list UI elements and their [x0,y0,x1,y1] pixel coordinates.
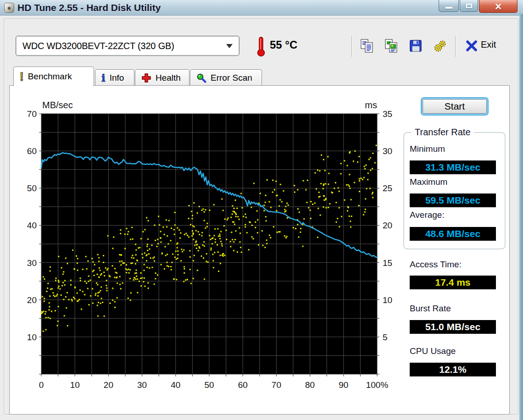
maximize-button[interactable] [460,0,478,12]
svg-text:60: 60 [27,146,37,156]
copy-image-button[interactable] [383,38,400,54]
cpu-usage-value: 12.1% [410,363,496,376]
copy-text-button[interactable] [359,38,375,54]
start-button-label: Start [423,99,487,114]
thermometer-icon [255,36,267,57]
svg-text:30: 30 [383,146,392,156]
toolbar-separator [455,36,456,57]
svg-text:MB/sec: MB/sec [42,100,73,110]
svg-text:100%: 100% [366,380,389,390]
temperature-value: 55 °C [270,39,297,51]
exit-label[interactable]: Exit [481,39,496,50]
svg-text:40: 40 [27,221,37,230]
tab-error-scan[interactable]: Error Scan [190,69,262,86]
svg-text:70: 70 [272,380,281,390]
tab-label: Info [110,73,124,83]
minimum-value: 31.3 MB/sec [410,160,496,174]
burst-rate-label: Burst Rate [410,304,451,314]
tab-label: Benchmark [28,72,72,82]
hard-disk-icon [4,3,14,13]
tab-benchmark[interactable]: ! Benchmark [13,66,94,86]
svg-text:10: 10 [27,332,37,342]
svg-text:20: 20 [104,380,113,390]
svg-text:5: 5 [383,332,388,342]
benchmark-chart: 7060504030201035302520151050102030405060… [16,96,399,394]
exit-button[interactable] [463,38,480,54]
maximum-label: Maximum [410,177,447,187]
svg-text:0: 0 [39,380,44,390]
tab-info[interactable]: i Info [95,69,134,86]
svg-text:ms: ms [365,100,377,110]
exit-x-icon [465,39,478,52]
burst-rate-value: 51.0 MB/sec [410,320,496,334]
tab-label: Error Scan [211,73,252,83]
access-time-label: Access Time: [410,260,462,270]
copy-image-icon [384,39,399,53]
options-gears-icon [433,39,447,53]
svg-text:20: 20 [383,221,392,230]
close-button[interactable]: × [479,0,517,13]
toolbar-separator [351,36,352,57]
drive-select-dropdown[interactable]: WDC WD3200BEVT-22ZCT (320 GB) [16,36,239,56]
svg-text:10: 10 [383,295,392,305]
window-title: HD Tune 2.55 - Hard Disk Utility [17,0,161,16]
svg-text:50: 50 [204,380,214,390]
cpu-usage-label: CPU Usage [410,346,456,356]
svg-text:70: 70 [27,109,37,119]
tab-label: Health [156,73,181,83]
close-icon: × [495,1,502,12]
titlebar: HD Tune 2.55 - Hard Disk Utility × [0,0,523,16]
average-value: 48.6 MB/sec [410,227,496,241]
copy-text-icon [360,39,374,53]
options-button[interactable] [432,38,448,54]
svg-text:90: 90 [339,380,348,390]
hd-tune-window: HD Tune 2.55 - Hard Disk Utility × WDC W… [0,0,523,420]
svg-text:30: 30 [137,380,147,390]
info-icon: i [101,72,106,84]
window-right-edge [519,14,523,420]
chevron-down-icon [226,44,233,48]
svg-text:35: 35 [383,109,392,119]
svg-text:60: 60 [238,380,248,390]
svg-text:15: 15 [383,258,392,268]
svg-text:30: 30 [27,258,37,268]
svg-text:40: 40 [171,380,180,390]
svg-text:50: 50 [27,183,37,193]
exclamation-icon: ! [20,70,24,84]
save-button[interactable] [407,38,424,54]
error-scan-magnifier-icon [196,73,206,83]
health-cross-icon [141,73,151,83]
save-icon [409,39,423,53]
svg-text:20: 20 [27,295,37,305]
average-label: Average: [410,210,445,220]
svg-text:25: 25 [383,183,392,193]
minimize-button[interactable] [439,0,459,12]
minimize-icon [445,7,452,9]
tab-health[interactable]: Health [135,69,189,86]
maximum-value: 59.5 MB/sec [410,193,496,207]
transfer-rate-title: Transfer Rate [412,127,474,138]
start-button[interactable]: Start [421,97,489,116]
drive-select-value: WDC WD3200BEVT-22ZCT (320 GB) [22,41,174,51]
maximize-icon [466,4,472,8]
minimum-label: Minimum [410,144,445,154]
access-time-value: 17.4 ms [410,276,496,289]
svg-text:10: 10 [70,380,80,390]
svg-text:80: 80 [305,380,315,390]
